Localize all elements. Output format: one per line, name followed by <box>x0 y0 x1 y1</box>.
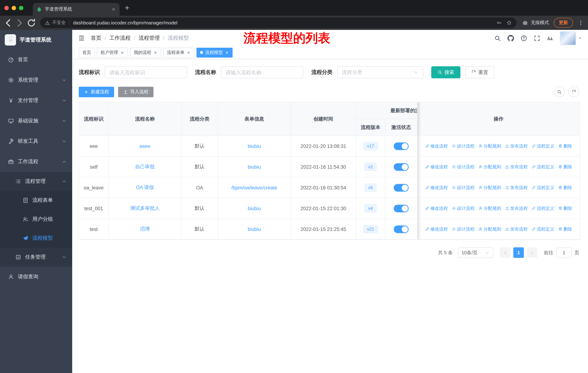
update-button[interactable]: 更新 <box>554 18 573 28</box>
user-menu[interactable] <box>560 31 582 45</box>
search-icon[interactable] <box>494 35 501 41</box>
sidebar-item-yen[interactable]: 支付管理 <box>0 90 72 111</box>
security-label[interactable]: 不安全 <box>52 20 66 26</box>
category-select[interactable]: 流程分类 <box>337 66 423 78</box>
browser-menu-icon[interactable] <box>578 20 584 26</box>
design-action-link[interactable]: 设计流程 <box>452 184 474 191</box>
edit-action-link[interactable]: 修改流程 <box>425 184 448 191</box>
activation-toggle[interactable] <box>394 184 409 192</box>
delete-action-link[interactable]: 删除 <box>558 164 572 170</box>
sidebar-item-form[interactable]: 流程表单 <box>0 191 72 210</box>
process-name-input[interactable] <box>221 66 303 78</box>
define-action-link[interactable]: 流程定义 <box>531 143 554 149</box>
sidebar-item-infra[interactable]: 基础设施 <box>0 111 72 131</box>
font-size-icon[interactable] <box>547 35 553 41</box>
minimize-window-button[interactable] <box>12 6 16 10</box>
close-tag-icon[interactable] <box>225 50 229 54</box>
help-icon[interactable] <box>521 35 527 41</box>
page-number-button[interactable]: 1 <box>513 247 524 258</box>
define-action-link[interactable]: 流程定义 <box>531 164 554 170</box>
sidebar-item-tools[interactable]: 研发工具 <box>0 131 72 151</box>
edit-action-link[interactable]: 修改流程 <box>425 205 448 212</box>
define-action-link[interactable]: 流程定义 <box>531 226 554 232</box>
assign-action-link[interactable]: 分配规则 <box>478 164 501 170</box>
address-bar[interactable]: 不安全 dashboard.yudao.iocoder.cn/bpm/manag… <box>40 18 516 28</box>
design-action-link[interactable]: 设计流程 <box>452 205 474 212</box>
close-tag-icon[interactable] <box>153 50 158 54</box>
design-action-link[interactable]: 设计流程 <box>452 226 474 232</box>
tag-view[interactable]: 我的流程 <box>130 48 161 57</box>
sidebar-item-gear[interactable]: 系统管理 <box>0 70 72 90</box>
assign-action-link[interactable]: 分配规则 <box>478 184 501 191</box>
page-size-select[interactable]: 10条/页 <box>458 247 493 258</box>
form-info-link[interactable]: biubiu <box>248 206 261 211</box>
publish-action-link[interactable]: 发布流程 <box>505 205 528 212</box>
assign-action-link[interactable]: 分配规则 <box>478 143 501 149</box>
sidebar-item-person[interactable]: 请假查询 <box>0 267 72 287</box>
tag-view[interactable]: 流程模型 <box>197 48 232 57</box>
design-action-link[interactable]: 设计流程 <box>452 164 474 170</box>
form-info-link[interactable]: biubiu <box>248 164 261 170</box>
sidebar-item-paper-plane[interactable]: 流程模型 <box>0 229 72 248</box>
prev-page-button[interactable] <box>500 247 510 258</box>
activation-toggle[interactable] <box>394 225 409 233</box>
sidebar-item-user-group[interactable]: 用户分组 <box>0 210 72 229</box>
browser-tab[interactable]: 芋道管理系统 <box>33 3 120 16</box>
breadcrumb-item[interactable]: 工作流程 <box>109 35 130 41</box>
breadcrumb-item[interactable]: 首页 <box>91 35 101 41</box>
process-name-link[interactable]: 测试多审批人 <box>130 205 160 211</box>
sidebar-item-list[interactable]: 流程管理 <box>0 172 72 191</box>
delete-action-link[interactable]: 删除 <box>558 205 572 212</box>
tag-view[interactable]: 首页 <box>79 48 95 57</box>
fullscreen-icon[interactable] <box>534 35 540 41</box>
delete-action-link[interactable]: 删除 <box>558 226 572 232</box>
sidebar-fold-icon[interactable] <box>78 35 85 41</box>
sidebar-item-briefcase[interactable]: 工作流程 <box>0 151 72 172</box>
zoom-window-button[interactable] <box>19 6 23 10</box>
process-name-link[interactable]: 滔博 <box>140 226 150 232</box>
edit-action-link[interactable]: 修改流程 <box>425 143 448 149</box>
publish-action-link[interactable]: 发布流程 <box>505 226 528 232</box>
close-window-button[interactable] <box>4 6 9 10</box>
app-logo[interactable]: 芋道管理系统 <box>0 30 72 50</box>
reload-button[interactable] <box>26 18 36 28</box>
define-action-link[interactable]: 流程定义 <box>531 205 554 212</box>
back-button[interactable] <box>3 18 13 28</box>
tag-view[interactable]: 流程表单 <box>163 48 194 57</box>
define-action-link[interactable]: 流程定义 <box>531 184 554 191</box>
design-action-link[interactable]: 设计流程 <box>452 143 474 149</box>
activation-toggle[interactable] <box>394 142 409 150</box>
goto-page-input[interactable] <box>556 247 572 258</box>
breadcrumb-item[interactable]: 流程管理 <box>138 35 160 41</box>
close-tab-icon[interactable] <box>111 7 116 12</box>
process-name-link[interactable]: eeee <box>139 143 150 149</box>
toggle-search-button[interactable] <box>554 86 565 97</box>
security-warning-icon[interactable] <box>45 20 50 25</box>
tag-view[interactable]: 租户管理 <box>97 48 128 57</box>
form-info-link[interactable]: biubiu <box>248 226 261 232</box>
form-info-link[interactable]: biubiu <box>248 143 261 149</box>
next-page-button[interactable] <box>527 247 537 258</box>
delete-action-link[interactable]: 删除 <box>558 184 572 191</box>
close-tag-icon[interactable] <box>187 50 191 54</box>
url-text[interactable]: dashboard.yudao.iocoder.cn/bpm/manager/m… <box>73 20 177 26</box>
sidebar-item-task[interactable]: 任务管理 <box>0 248 72 267</box>
create-process-button[interactable]: 新建流程 <box>79 87 114 97</box>
import-process-button[interactable]: 导入流程 <box>118 87 153 97</box>
publish-action-link[interactable]: 发布流程 <box>505 164 528 170</box>
bookmark-star-icon[interactable] <box>506 20 512 26</box>
sidebar-item-dashboard[interactable]: 首页 <box>0 50 72 70</box>
forward-button[interactable] <box>15 18 25 28</box>
edit-action-link[interactable]: 修改流程 <box>425 226 448 232</box>
process-name-link[interactable]: 自己审批 <box>135 164 155 169</box>
activation-toggle[interactable] <box>394 204 409 212</box>
search-button[interactable]: 搜索 <box>431 66 460 78</box>
delete-action-link[interactable]: 删除 <box>558 143 572 149</box>
reset-button[interactable]: 重置 <box>465 66 494 78</box>
form-info-link[interactable]: /bpm/oa/leave/create <box>231 185 277 190</box>
refresh-table-button[interactable] <box>568 86 579 97</box>
process-key-input[interactable] <box>105 66 187 78</box>
new-tab-button[interactable] <box>124 5 130 11</box>
github-icon[interactable] <box>507 35 514 41</box>
close-tag-icon[interactable] <box>120 50 124 54</box>
